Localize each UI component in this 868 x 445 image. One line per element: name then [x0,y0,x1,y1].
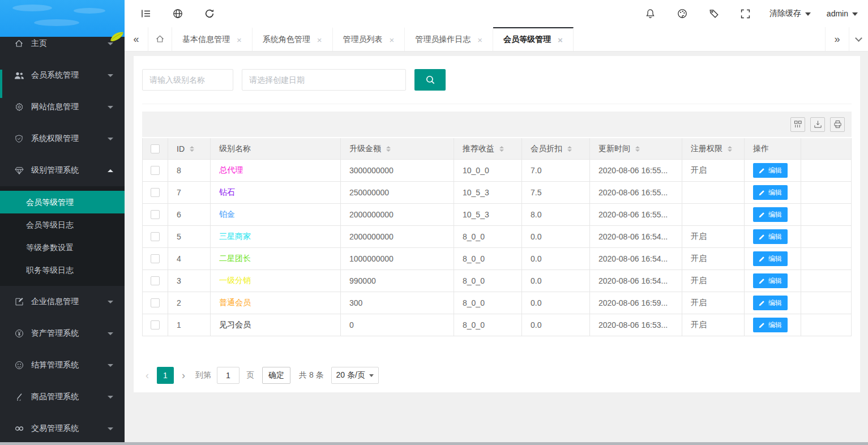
level-name-link[interactable]: 钻石 [219,187,235,198]
shield-check-icon [14,134,24,143]
gear-icon [14,102,24,112]
table-header-row: ID级别名称升级金额推荐收益会员折扣更新时间注册权限操作 [143,138,852,160]
level-name-link[interactable]: 三星商家 [219,232,251,242]
row-checkbox[interactable] [151,188,160,197]
sidebar-item-7[interactable]: 结算管理系统 [0,349,125,381]
tabs-scroll-right-button[interactable]: » [825,27,849,51]
column-header-discount[interactable]: 会员折扣 [522,138,590,159]
level-name-link[interactable]: 见习会员 [219,320,251,330]
edit-button[interactable]: 编辑 [753,185,788,200]
tab-close-icon[interactable]: × [390,36,395,44]
edit-button[interactable]: 编辑 [753,318,788,332]
row-checkbox[interactable] [151,166,160,175]
tab-0[interactable]: 基本信息管理× [172,27,253,51]
sidebar-item-6[interactable]: 资产管理系统 [0,318,125,349]
current-page-button[interactable]: 1 [157,367,174,384]
level-name-link[interactable]: 一级分销 [219,276,251,286]
sidebar-subitem-4-0[interactable]: 会员等级管理 [0,191,125,213]
per-page-select[interactable]: 20 条/页 [331,367,379,384]
export-button[interactable] [810,117,825,132]
tab-3[interactable]: 管理员操作日志× [405,27,493,51]
sort-icon[interactable] [190,146,194,152]
column-header-id[interactable]: ID [168,138,211,159]
row-checkbox[interactable] [151,276,160,285]
row-checkbox[interactable] [151,320,160,330]
prev-page-button[interactable]: ‹ [142,370,152,380]
tab-close-icon[interactable]: × [477,36,482,44]
goto-page-input[interactable] [217,367,240,384]
sidebar-item-5[interactable]: 企业信息管理 [0,286,125,318]
horizontal-scrollbar[interactable] [0,442,868,445]
row-checkbox[interactable] [151,298,160,307]
sidebar-item-2[interactable]: 网站信息管理 [0,91,125,123]
tab-4[interactable]: 会员等级管理× [493,27,574,51]
sidebar-subitem-4-1[interactable]: 会员等级日志 [0,213,125,236]
theme-palette-icon[interactable] [666,0,698,27]
sidebar-item-8[interactable]: 商品管理系统 [0,381,125,413]
collapse-sidebar-icon[interactable] [130,0,162,27]
column-header-referral[interactable]: 推荐收益 [454,138,522,159]
bell-icon[interactable] [635,0,666,27]
level-name-link[interactable]: 二星团长 [219,254,251,264]
edit-button[interactable]: 编辑 [753,273,788,288]
pencil-icon [759,189,766,196]
tab-close-icon[interactable]: × [237,36,242,44]
level-name-link[interactable]: 总代理 [219,165,243,176]
pencil-icon [759,277,766,284]
sidebar-item-9[interactable]: 交易管理系统 [0,413,125,444]
select-all-checkbox[interactable] [151,144,160,153]
user-dropdown[interactable]: admin [827,9,858,18]
sidebar-subitem-4-2[interactable]: 等级参数设置 [0,236,125,259]
print-button[interactable] [830,117,845,132]
edit-button[interactable]: 编辑 [753,207,788,222]
sidebar-item-1[interactable]: 会员系统管理 [0,59,125,91]
cell-amount: 2000000000 [341,204,454,225]
sort-icon[interactable] [386,146,391,152]
sidebar-item-label: 系统权限管理 [31,134,108,144]
edit-button[interactable]: 编辑 [753,296,788,310]
sidebar-item-4[interactable]: 级别管理系统 [0,155,125,186]
row-checkbox[interactable] [151,254,160,263]
tab-close-icon[interactable]: × [558,36,563,44]
column-header-register[interactable]: 注册权限 [682,138,745,159]
level-name-input[interactable] [142,69,233,91]
sort-icon[interactable] [635,146,640,152]
sort-icon[interactable] [728,146,732,152]
sidebar-item-3[interactable]: 系统权限管理 [0,123,125,155]
tab-close-icon[interactable]: × [317,36,322,44]
next-page-button[interactable]: › [178,370,189,380]
filter-columns-button[interactable] [790,117,805,132]
row-checkbox[interactable] [151,232,160,241]
tab-home[interactable] [148,27,172,51]
tab-2[interactable]: 管理员列表× [333,27,405,51]
goto-confirm-button[interactable]: 确定 [262,367,290,384]
tag-icon[interactable] [698,0,730,27]
tabs-menu-button[interactable] [849,27,868,51]
tabs-scroll-left-button[interactable]: « [125,27,148,51]
clear-cache-dropdown[interactable]: 清除缓存 [769,8,811,19]
row-checkbox[interactable] [151,210,160,219]
fullscreen-icon[interactable] [730,0,762,27]
column-header-updated[interactable]: 更新时间 [590,138,682,159]
sidebar-scrollbar[interactable] [0,70,2,98]
table-row: 7钻石25000000010_5_37.52020-08-06 16:55...… [143,182,852,204]
edit-button[interactable]: 编辑 [753,251,788,266]
edit-button-label: 编辑 [768,298,782,308]
create-date-input[interactable] [242,69,406,91]
column-header-amount[interactable]: 升级金额 [341,138,454,159]
sort-icon[interactable] [567,146,572,152]
sidebar-subitem-4-3[interactable]: 职务等级日志 [0,259,125,281]
globe-icon[interactable] [162,0,194,27]
sort-icon[interactable] [499,146,504,152]
column-header-select[interactable] [143,138,168,159]
level-name-link[interactable]: 铂金 [219,209,235,220]
smile-icon [14,361,24,370]
clear-cache-label: 清除缓存 [769,8,801,19]
search-button[interactable] [414,69,446,91]
tab-1[interactable]: 系统角色管理× [253,27,333,51]
edit-button[interactable]: 编辑 [753,163,788,178]
edit-button[interactable]: 编辑 [753,229,788,244]
chevron-up-icon [108,169,113,172]
level-name-link[interactable]: 普通会员 [219,298,251,308]
refresh-icon[interactable] [194,0,225,27]
